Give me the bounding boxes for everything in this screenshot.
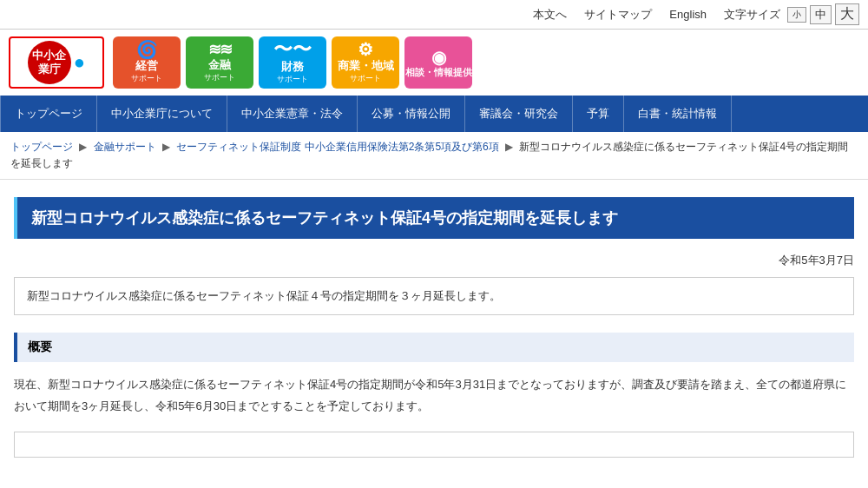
nav-shingi[interactable]: 審議会・研究会 xyxy=(465,96,573,132)
font-small-button[interactable]: 小 xyxy=(787,7,806,23)
nav-kobo[interactable]: 公募・情報公開 xyxy=(358,96,465,132)
sodan-icon: ◉ xyxy=(431,49,446,66)
nav-icon-kinyu[interactable]: ≋≋ 金融 サポート xyxy=(186,36,253,89)
zaimu-label-main: 財務 xyxy=(281,61,304,72)
zaimu-icon: 〜〜 xyxy=(273,40,312,59)
nav-icon-shogyo[interactable]: ⚙ 商業・地域 サポート xyxy=(332,36,399,89)
keiei-label-sub: サポート xyxy=(131,73,162,84)
main-navigation: トップページ 中小企業庁について 中小企業憲章・法令 公募・情報公開 審議会・研… xyxy=(0,96,868,132)
nav-yosan[interactable]: 予算 xyxy=(573,96,624,132)
logo-dot: ● xyxy=(74,51,85,74)
logo-text: 中小企業庁 xyxy=(28,49,71,76)
nav-icon-sodan[interactable]: ◉ 相談・情報提供 xyxy=(404,36,472,89)
font-size-label: 文字サイズ xyxy=(724,7,780,23)
page-title: 新型コロナウイルス感染症に係るセーフティネット保証4号の指定期間を延長します xyxy=(14,197,854,239)
nav-hakusho[interactable]: 白書・統計情報 xyxy=(624,96,732,132)
zaimu-label-sub: サポート xyxy=(277,74,308,85)
kinyu-icon: ≋≋ xyxy=(208,42,231,57)
keiei-icon: 🌀 xyxy=(136,41,158,58)
nav-about[interactable]: 中小企業庁について xyxy=(97,96,227,132)
shogyo-label-main: 商業・地域 xyxy=(338,60,394,71)
article-date: 令和5年3月7日 xyxy=(14,253,854,268)
nav-icon-zaimu[interactable]: 〜〜 財務 サポート xyxy=(259,36,326,89)
breadcrumb-top[interactable]: トップページ xyxy=(10,141,73,153)
header: 中小企業庁 ● 🌀 経営 サポート ≋≋ 金融 サポート 〜〜 財務 サポート … xyxy=(0,30,868,96)
sodan-label-main: 相談・情報提供 xyxy=(405,68,472,77)
kinyu-label-main: 金融 xyxy=(208,59,231,70)
font-large-button[interactable]: 大 xyxy=(835,3,859,25)
content-area: 新型コロナウイルス感染症に係るセーフティネット保証4号の指定期間を延長します 令… xyxy=(0,180,868,474)
section-header: 概要 xyxy=(14,333,854,362)
summary-box: 新型コロナウイルス感染症に係るセーフティネット保証４号の指定期間を３ヶ月延長しま… xyxy=(14,277,854,315)
kinyu-label-sub: サポート xyxy=(204,72,235,83)
utility-bar: 本文へ サイトマップ English 文字サイズ 小 中 大 xyxy=(0,0,868,30)
english-link[interactable]: English xyxy=(669,8,707,21)
main-text-link[interactable]: 本文へ xyxy=(533,7,567,23)
nav-kensho[interactable]: 中小企業憲章・法令 xyxy=(227,96,358,132)
body-text: 現在、新型コロナウイルス感染症に係るセーフティネット保証4号の指定期間が令和5年… xyxy=(14,374,854,417)
breadcrumb-arrow-2: ▶ xyxy=(162,141,170,153)
breadcrumb-arrow-1: ▶ xyxy=(79,141,87,153)
breadcrumb-kinyu[interactable]: 金融サポート xyxy=(94,141,156,153)
font-medium-button[interactable]: 中 xyxy=(810,5,832,24)
breadcrumb-safety[interactable]: セーフティネット保証制度 中小企業信用保険法第2条第5項及び第6項 xyxy=(176,141,498,153)
font-size-controls: 文字サイズ 小 中 大 xyxy=(724,3,859,25)
nav-top[interactable]: トップページ xyxy=(0,96,97,132)
keiei-label-main: 経営 xyxy=(135,60,158,71)
partial-content-box xyxy=(14,432,854,458)
breadcrumb-arrow-3: ▶ xyxy=(505,141,513,153)
logo[interactable]: 中小企業庁 ● xyxy=(9,36,104,89)
breadcrumb: トップページ ▶ 金融サポート ▶ セーフティネット保証制度 中小企業信用保険法… xyxy=(0,132,868,180)
nav-icons: 🌀 経営 サポート ≋≋ 金融 サポート 〜〜 財務 サポート ⚙ 商業・地域 … xyxy=(113,36,472,89)
nav-icon-keiei[interactable]: 🌀 経営 サポート xyxy=(113,36,181,89)
sitemap-link[interactable]: サイトマップ xyxy=(584,7,652,23)
shogyo-label-sub: サポート xyxy=(350,73,381,84)
shogyo-icon: ⚙ xyxy=(358,41,373,58)
